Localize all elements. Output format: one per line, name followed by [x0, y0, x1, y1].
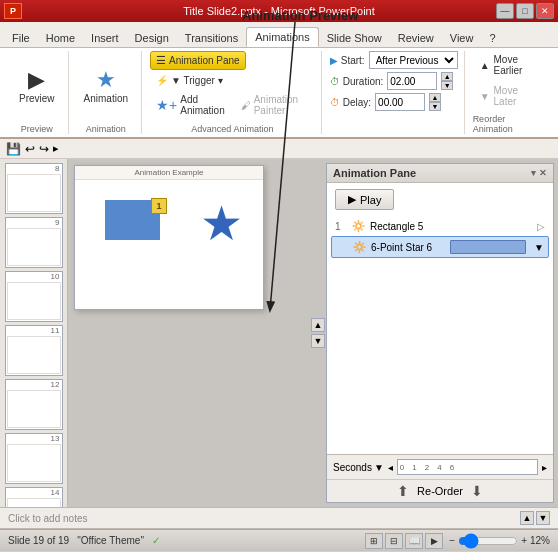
anim-item-1[interactable]: 1 🔅 Rectangle 5 ▷	[331, 216, 549, 236]
tab-review[interactable]: Review	[390, 29, 442, 47]
slide-thumb-10[interactable]: 10	[5, 271, 63, 322]
reading-view-btn[interactable]: 📖	[405, 533, 423, 549]
scroll-up[interactable]: ▲	[311, 318, 325, 332]
anim-pane-pin[interactable]: ▾	[531, 168, 536, 178]
minimize-button[interactable]: —	[496, 3, 514, 19]
slide-preview-10	[7, 282, 61, 320]
slideshow-btn[interactable]: ▶	[425, 533, 443, 549]
tab-view[interactable]: View	[442, 29, 482, 47]
save-quick-btn[interactable]: 💾	[6, 142, 21, 156]
slide-preview-14	[7, 498, 61, 507]
slide-star-large: ★	[200, 195, 243, 251]
timing-group-content: ▶ Start: After Previous On Click With Pr…	[330, 51, 458, 134]
anim-dropdown-2[interactable]: ▼	[534, 242, 544, 253]
seconds-dropdown[interactable]: ▼	[374, 462, 384, 473]
main-slide-view[interactable]: Animation Example ★ 1	[74, 165, 264, 310]
ruler-marks: 0 1 2 4 6	[400, 463, 454, 472]
anim-name-2: 6-Point Star 6	[371, 242, 446, 253]
slide-num-12: 12	[6, 380, 62, 389]
notes-up[interactable]: ▲	[520, 511, 534, 525]
anim-pane-close[interactable]: ✕	[539, 168, 547, 178]
group-preview: ▶ Preview Preview	[6, 51, 69, 134]
tab-file[interactable]: File	[4, 29, 38, 47]
start-icon: ▶	[330, 55, 338, 66]
move-earlier-icon: ▲	[480, 60, 490, 71]
slide-num-8: 8	[6, 164, 62, 173]
anim-item-2[interactable]: 🔅 6-Point Star 6 ▼	[331, 236, 549, 258]
start-row: ▶ Start: After Previous On Click With Pr…	[330, 51, 458, 69]
anim-pane-controls: ▾ ✕	[531, 168, 547, 178]
slide-thumb-14[interactable]: 14	[5, 487, 63, 507]
delay-input[interactable]	[375, 93, 425, 111]
group-timing: ▶ Start: After Previous On Click With Pr…	[324, 51, 465, 134]
preview-button[interactable]: ▶ Preview	[12, 62, 62, 109]
play-quick-btn[interactable]: ▸	[53, 142, 59, 155]
reorder-down-btn[interactable]: ⬇	[471, 483, 483, 499]
delay-up[interactable]: ▲	[429, 93, 441, 102]
move-earlier-button[interactable]: ▲ Move Earlier	[473, 51, 546, 79]
play-button[interactable]: ▶ Play	[335, 189, 394, 210]
slide-preview-12	[7, 390, 61, 428]
anim-bar-2	[450, 240, 527, 254]
tab-slideshow[interactable]: Slide Show	[319, 29, 390, 47]
delay-row: ⏱ Delay: ▲ ▼	[330, 93, 441, 111]
zoom-slider[interactable]	[458, 536, 518, 546]
scroll-left[interactable]: ◂	[388, 462, 393, 473]
scroll-down[interactable]: ▼	[311, 334, 325, 348]
advanced-group-label: Advanced Animation	[191, 122, 273, 134]
status-right: ⊞ ⊟ 📖 ▶ − + 12%	[365, 533, 550, 549]
scroll-right[interactable]: ▸	[542, 462, 547, 473]
animation-painter-button[interactable]: 🖌 Animation Painter	[235, 91, 315, 119]
duration-down[interactable]: ▼	[441, 81, 453, 90]
preview-label: Preview	[19, 93, 55, 104]
advanced-group-content: ☰ Animation Pane ⚡ ▼ Trigger ▾ ★+ AddAni…	[150, 51, 315, 120]
slide-panel: 8 9 10 11 12 13 14 15	[0, 159, 68, 507]
move-later-button[interactable]: ▼ Move Later	[473, 82, 546, 110]
mark-1: 1	[412, 463, 416, 472]
slide-sorter-btn[interactable]: ⊟	[385, 533, 403, 549]
animation-button[interactable]: ★ Animation	[77, 62, 135, 109]
zoom-minus[interactable]: −	[449, 535, 455, 546]
slide-thumb-13[interactable]: 13	[5, 433, 63, 484]
trigger-button[interactable]: ⚡ ▼ Trigger ▾	[150, 72, 229, 89]
tab-design[interactable]: Design	[127, 29, 177, 47]
duration-input[interactable]	[387, 72, 437, 90]
preview-group-content: ▶ Preview	[12, 51, 62, 120]
notes-bar: Click to add notes ▲ ▼	[0, 507, 558, 529]
move-later-icon: ▼	[480, 91, 490, 102]
status-bar: Slide 19 of 19 "Office Theme" ✓ ⊞ ⊟ 📖 ▶ …	[0, 529, 558, 551]
slide-thumb-9[interactable]: 9	[5, 217, 63, 268]
seconds-ruler: 0 1 2 4 6	[397, 459, 538, 475]
notes-down[interactable]: ▼	[536, 511, 550, 525]
anim-seconds-bar: Seconds ▼ ◂ 0 1 2 4 6 ▸	[327, 454, 553, 479]
animation-pane-button[interactable]: ☰ Animation Pane	[150, 51, 246, 70]
painter-icon: 🖌	[241, 100, 251, 111]
animation-pane: Animation Pane ▾ ✕ ▶ Play 1 🔅 Rectangle …	[326, 163, 554, 503]
close-button[interactable]: ✕	[536, 3, 554, 19]
reorder-group-label: Reorder Animation	[473, 112, 546, 134]
tab-help[interactable]: ?	[481, 29, 503, 47]
tab-insert[interactable]: Insert	[83, 29, 127, 47]
delay-down[interactable]: ▼	[429, 102, 441, 111]
anim-reorder-bar: ⬆ Re-Order ⬇	[327, 479, 553, 502]
duration-up[interactable]: ▲	[441, 72, 453, 81]
tab-home[interactable]: Home	[38, 29, 83, 47]
add-animation-button[interactable]: ★+ AddAnimation	[150, 91, 231, 119]
window-controls: — □ ✕	[496, 3, 554, 19]
restore-button[interactable]: □	[516, 3, 534, 19]
slide-thumb-12[interactable]: 12	[5, 379, 63, 430]
preview-group-label: Preview	[21, 122, 53, 134]
add-anim-label: AddAnimation	[180, 94, 224, 116]
start-dropdown[interactable]: After Previous On Click With Previous	[369, 51, 458, 69]
tab-animations[interactable]: Animations	[246, 27, 318, 47]
delay-label: ⏱ Delay:	[330, 97, 371, 108]
slide-thumb-11[interactable]: 11	[5, 325, 63, 376]
slide-thumb-8[interactable]: 8	[5, 163, 63, 214]
redo-btn[interactable]: ↪	[39, 142, 49, 156]
undo-btn[interactable]: ↩	[25, 142, 35, 156]
zoom-bar: − + 12%	[449, 535, 550, 546]
reorder-up-btn[interactable]: ⬆	[397, 483, 409, 499]
normal-view-btn[interactable]: ⊞	[365, 533, 383, 549]
zoom-plus[interactable]: +	[521, 535, 527, 546]
tab-transitions[interactable]: Transitions	[177, 29, 246, 47]
